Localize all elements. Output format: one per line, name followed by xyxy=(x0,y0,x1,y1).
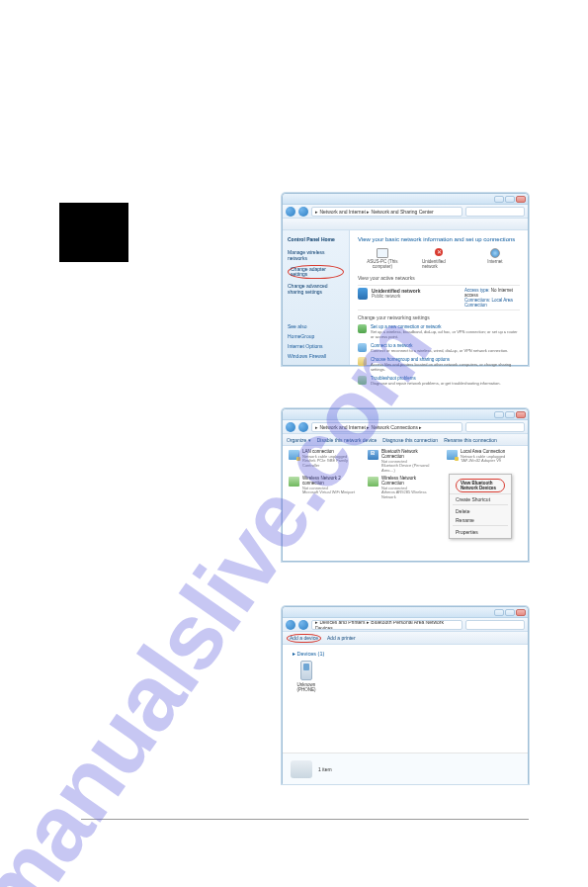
wifi-icon xyxy=(368,477,378,487)
network-map: ASUS-PC (This computer) Unidentified net… xyxy=(358,246,520,271)
search-input[interactable] xyxy=(465,207,525,217)
page-footer-rule xyxy=(81,819,529,820)
computer-icon xyxy=(377,248,388,258)
status-bar: 1 item xyxy=(283,753,528,784)
forward-button[interactable] xyxy=(298,620,308,630)
menu-item[interactable]: Delete xyxy=(450,506,511,515)
link-windows-firewall[interactable]: Windows Firewall xyxy=(288,353,344,359)
status-count: 1 item xyxy=(318,766,332,772)
connection-item[interactable]: Bluetooth Network ConnectionNot connecte… xyxy=(368,450,439,473)
node-internet: Internet xyxy=(478,248,512,269)
toolbar xyxy=(283,219,528,230)
left-nav-pane: Control Panel Home Manage wireless netwo… xyxy=(283,230,350,365)
node-this-computer: ASUS-PC (This computer) xyxy=(366,248,399,269)
breadcrumb[interactable]: ▸ Devices and Printers ▸ Bluetooth Perso… xyxy=(311,620,462,630)
disconnected-icon xyxy=(433,248,445,258)
menu-item[interactable]: Create Shortcut xyxy=(450,494,511,503)
connections-grid: LAN connectionNetwork cable unpluggedRea… xyxy=(283,446,528,561)
setup-connection-icon xyxy=(358,324,367,333)
connection-item[interactable]: Wireless Network 2 connectionNot connect… xyxy=(289,477,360,499)
control-panel-home-link[interactable]: Control Panel Home xyxy=(288,236,344,242)
forward-button[interactable] xyxy=(298,207,308,217)
maximize-button[interactable] xyxy=(505,609,515,616)
add-printer-button[interactable]: Add a printer xyxy=(327,635,356,641)
toolbar: Add a device Add a printer xyxy=(283,632,528,645)
back-button[interactable] xyxy=(286,620,295,630)
toolbar-organize[interactable]: Organize ▾ xyxy=(287,437,311,443)
globe-icon xyxy=(490,248,500,258)
troubleshoot-icon xyxy=(358,376,367,385)
back-button[interactable] xyxy=(286,422,295,432)
connection-item[interactable]: LAN connectionNetwork cable unpluggedRea… xyxy=(289,450,360,473)
context-menu: View Bluetooth Network Devices Create Sh… xyxy=(449,474,512,539)
bluetooth-icon xyxy=(368,450,378,460)
menu-separator xyxy=(453,504,508,505)
toolbar-rename[interactable]: Rename this connection xyxy=(444,437,497,443)
minimize-button[interactable] xyxy=(494,609,504,616)
close-button[interactable] xyxy=(516,411,526,418)
main-content: View your basic network information and … xyxy=(350,230,528,365)
window-bluetooth-pan-devices: ▸ Devices and Printers ▸ Bluetooth Perso… xyxy=(282,606,529,784)
link-homegroup[interactable]: HomeGroup xyxy=(288,333,344,339)
node-unidentified: Unidentified network xyxy=(422,248,456,269)
close-button[interactable] xyxy=(516,609,526,616)
see-also-heading: See also xyxy=(288,323,344,329)
active-networks-heading: View your active networks xyxy=(358,275,520,281)
address-bar: ▸ Network and Internet ▸ Network Connect… xyxy=(283,420,528,434)
devices-area: ▸ Devices (1) Unknown (PHONE) xyxy=(283,645,528,753)
page-margin-tab xyxy=(59,203,128,262)
shield-icon xyxy=(358,288,368,300)
minimize-button[interactable] xyxy=(494,196,504,203)
toolbar-diagnose[interactable]: Diagnose this connection xyxy=(382,437,438,443)
breadcrumb[interactable]: ▸ Network and Internet ▸ Network and Sha… xyxy=(311,207,462,217)
status-icon xyxy=(291,760,312,778)
sidebar-link-manage-wireless[interactable]: Manage wireless networks xyxy=(288,249,344,261)
search-input[interactable] xyxy=(465,620,525,630)
address-bar: ▸ Network and Internet ▸ Network and Sha… xyxy=(283,205,528,219)
back-button[interactable] xyxy=(286,207,295,217)
wifi-icon xyxy=(289,477,299,487)
link-internet-options[interactable]: Internet Options xyxy=(288,343,344,349)
homegroup-icon xyxy=(358,357,367,366)
phone-icon xyxy=(300,661,312,680)
connect-network-icon xyxy=(358,343,367,352)
device-item[interactable]: Unknown (PHONE) xyxy=(293,661,320,692)
window-network-sharing-center: ▸ Network and Internet ▸ Network and Sha… xyxy=(282,193,529,366)
add-device-button-highlighted[interactable]: Add a device xyxy=(287,634,321,643)
titlebar xyxy=(283,607,528,618)
menu-view-bt-devices-highlighted[interactable]: View Bluetooth Network Devices xyxy=(456,479,505,492)
window-network-connections: ▸ Network and Internet ▸ Network Connect… xyxy=(282,408,529,562)
network-type: Public network xyxy=(372,294,461,299)
toolbar-disable[interactable]: Disable this network device xyxy=(317,437,378,443)
ethernet-icon xyxy=(289,450,299,460)
toolbar: Organize ▾ Disable this network device D… xyxy=(283,434,528,446)
minimize-button[interactable] xyxy=(494,411,504,418)
address-bar: ▸ Devices and Printers ▸ Bluetooth Perso… xyxy=(283,618,528,632)
devices-group-header[interactable]: ▸ Devices (1) xyxy=(293,651,518,657)
maximize-button[interactable] xyxy=(505,411,515,418)
active-network-row: Unidentified network Public network Acce… xyxy=(358,285,520,310)
forward-button[interactable] xyxy=(298,422,308,432)
menu-item[interactable]: Rename xyxy=(450,515,511,524)
sidebar-link-advanced-sharing[interactable]: Change advanced sharing settings xyxy=(288,283,344,295)
close-button[interactable] xyxy=(516,196,526,203)
connection-item[interactable]: Wireless Network ConnectionNot connected… xyxy=(368,477,439,499)
sidebar-link-change-adapter-highlighted[interactable]: Change adapter settings xyxy=(288,265,344,279)
titlebar xyxy=(283,409,528,420)
menu-item[interactable]: Properties xyxy=(450,527,511,536)
menu-separator xyxy=(453,525,508,526)
ethernet-icon xyxy=(447,450,458,460)
page-headline: View your basic network information and … xyxy=(358,236,520,242)
breadcrumb[interactable]: ▸ Network and Internet ▸ Network Connect… xyxy=(311,422,462,432)
connection-item[interactable]: Local Area ConnectionNetwork cable unplu… xyxy=(447,450,518,473)
titlebar xyxy=(283,194,528,205)
maximize-button[interactable] xyxy=(505,196,515,203)
device-label: Unknown (PHONE) xyxy=(293,682,320,692)
change-settings-heading: Change your networking settings xyxy=(358,314,520,320)
search-input[interactable] xyxy=(465,422,525,432)
